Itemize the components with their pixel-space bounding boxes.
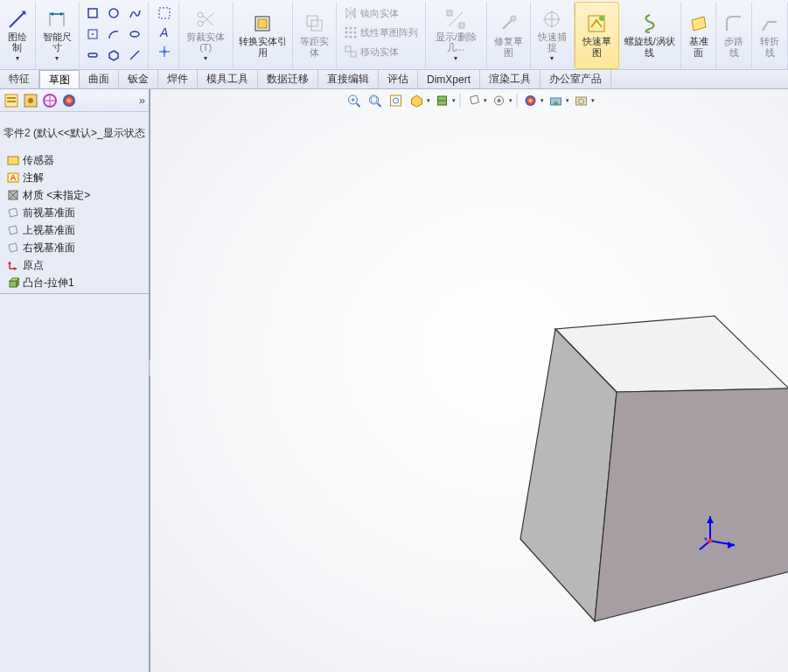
svg-text:A: A: [159, 25, 168, 39]
center-rect-icon[interactable]: [83, 24, 102, 44]
offset-button[interactable]: 等距实体: [293, 2, 337, 69]
tab-weldments[interactable]: 焊件: [158, 70, 198, 88]
quick-snap-button[interactable]: 快速捕捉 ▾: [531, 2, 575, 69]
cube-model[interactable]: *: [513, 296, 788, 646]
helix-button[interactable]: 螺旋线/涡状线: [619, 2, 681, 69]
svg-rect-25: [258, 19, 267, 28]
section-view-button[interactable]: [432, 91, 451, 110]
plane-icon: [688, 13, 709, 34]
apply-scene-button[interactable]: [546, 91, 565, 110]
region-select-icon[interactable]: [154, 4, 175, 23]
svg-marker-71: [8, 262, 11, 264]
tree-item-top-plane[interactable]: 上视基准面: [0, 221, 149, 239]
svg-marker-4: [60, 12, 64, 16]
relations-icon: [445, 9, 466, 30]
plane-front-icon: [7, 206, 19, 219]
dimension-icon: [46, 9, 67, 30]
svg-line-77: [356, 103, 359, 107]
polygon-icon[interactable]: [104, 46, 123, 65]
tree-item-right-plane[interactable]: 右视基准面: [0, 239, 149, 256]
sketch-draw-button[interactable]: 图绘制 ▾: [0, 2, 36, 69]
tab-direct-edit[interactable]: 直接编辑: [318, 70, 379, 88]
line-icon[interactable]: [125, 46, 144, 65]
smart-dimension-button[interactable]: 智能尺寸 ▾: [36, 2, 80, 69]
svg-point-36: [350, 36, 352, 38]
svg-marker-98: [595, 388, 788, 621]
trim-button[interactable]: 剪裁实体(T) ▾: [179, 2, 234, 69]
tab-features[interactable]: 特征: [0, 70, 39, 88]
repair-sketch-button[interactable]: 修复草图: [487, 2, 531, 69]
view-orient-button[interactable]: [407, 91, 426, 110]
viewport-toolbar: ▾ ▾ ▾ ▾ ▾ ▾ ▾: [340, 89, 598, 112]
panel-more-icon[interactable]: »: [139, 94, 145, 107]
tree-item-front-plane[interactable]: 前视基准面: [0, 204, 149, 221]
ref-plane-button[interactable]: 基准面: [681, 2, 717, 69]
circle-icon[interactable]: [104, 4, 123, 23]
bend-button[interactable]: 转折线: [752, 2, 788, 69]
svg-rect-7: [88, 9, 97, 18]
tab-dimxpert[interactable]: DimXpert: [418, 70, 480, 88]
bend-icon: [759, 13, 780, 34]
tree-root-label[interactable]: 零件2 (默认<<默认>_显示状态: [0, 124, 149, 151]
zoom-fit-button[interactable]: [386, 91, 405, 110]
tree-item-material[interactable]: 材质 <未指定>: [0, 186, 149, 204]
tab-mold-tools[interactable]: 模具工具: [198, 70, 258, 88]
svg-rect-83: [390, 95, 401, 106]
svg-marker-68: [9, 243, 17, 252]
tab-office-products[interactable]: 办公室产品: [540, 70, 611, 88]
capture-button[interactable]: [571, 91, 590, 110]
svg-marker-88: [470, 95, 478, 104]
fm-appearance-icon[interactable]: [61, 93, 77, 108]
zoom-area-button[interactable]: [365, 91, 384, 110]
text-tool-icon[interactable]: A: [154, 23, 175, 42]
point-tool-icon[interactable]: [154, 42, 175, 61]
tab-evaluate[interactable]: 评估: [379, 70, 418, 88]
svg-marker-67: [9, 226, 17, 234]
tab-data-migration[interactable]: 数据迁移: [258, 70, 318, 88]
tab-surface[interactable]: 曲面: [80, 70, 119, 88]
svg-rect-43: [459, 23, 464, 28]
arc-icon[interactable]: [104, 24, 123, 44]
fm-property-icon[interactable]: [23, 93, 38, 108]
display-delete-button[interactable]: 显示/删除几... ▾: [426, 2, 487, 69]
edit-appearance-button[interactable]: [520, 91, 540, 110]
linear-pattern-button[interactable]: 线性草图阵列: [340, 23, 422, 42]
plane-top-icon: [7, 224, 19, 236]
feature-tree: 零件2 (默认<<默认>_显示状态 传感器 A注解 材质 <未指定> 前视基准面…: [0, 112, 149, 672]
move-entities-button[interactable]: 移动实体: [340, 42, 402, 61]
plane-right-icon: [7, 242, 19, 254]
svg-text:*: *: [704, 536, 708, 546]
route-button[interactable]: 步路线: [716, 2, 752, 69]
svg-point-104: [708, 539, 713, 543]
quick-sketch-button[interactable]: 快速草图: [575, 2, 619, 69]
fm-config-icon[interactable]: [42, 93, 58, 108]
fm-tree-icon[interactable]: [3, 93, 19, 108]
hide-show-button[interactable]: [489, 91, 508, 110]
convert-entities-button[interactable]: 转换实体引用: [234, 2, 294, 69]
svg-point-35: [345, 36, 348, 38]
tree-item-annotations[interactable]: A注解: [0, 169, 149, 186]
tree-item-sensors[interactable]: 传感器: [0, 151, 149, 169]
zoom-in-button[interactable]: [344, 91, 363, 110]
tree-item-extrude1[interactable]: 凸台-拉伸1: [0, 274, 149, 291]
display-style-button[interactable]: [464, 91, 483, 110]
rectangle-icon[interactable]: [83, 4, 102, 23]
mirror-entities-button[interactable]: 镜向实体: [340, 4, 402, 23]
slot-icon[interactable]: [83, 46, 102, 65]
tree-item-origin[interactable]: 原点: [0, 256, 149, 274]
spline-icon[interactable]: [125, 4, 144, 23]
sketch-tools2-group: A: [149, 2, 179, 69]
convert-icon: [252, 13, 273, 34]
svg-marker-50: [692, 17, 706, 31]
mirror-icon: [344, 6, 358, 20]
tab-sheet-metal[interactable]: 钣金: [119, 70, 158, 88]
tab-sketch[interactable]: 草图: [39, 70, 80, 88]
tab-render-tools[interactable]: 渲染工具: [480, 70, 540, 88]
svg-marker-85: [411, 95, 422, 107]
command-tabs: 特征 草图 曲面 钣金 焊件 模具工具 数据迁移 直接编辑 评估 DimXper…: [0, 70, 788, 89]
main-area: » 零件2 (默认<<默认>_显示状态 传感器 A注解 材质 <未指定> 前视基…: [0, 89, 788, 672]
graphics-viewport[interactable]: ▾ ▾ ▾ ▾ ▾ ▾ ▾ *: [150, 89, 788, 672]
ellipse-icon[interactable]: [125, 24, 144, 44]
svg-point-34: [354, 32, 357, 34]
feature-manager-panel: » 零件2 (默认<<默认>_显示状态 传感器 A注解 材质 <未指定> 前视基…: [0, 89, 150, 672]
